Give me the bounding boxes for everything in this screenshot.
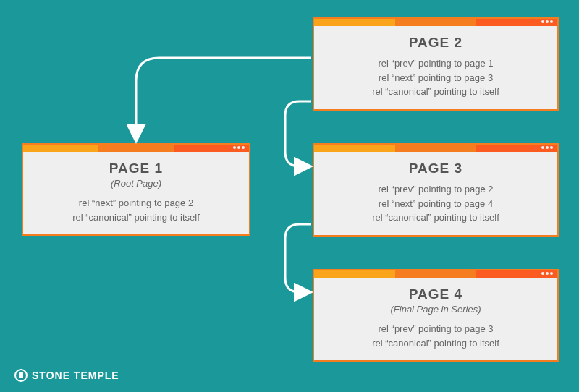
page-subtitle: (Final Page in Series) [327, 304, 544, 315]
page-rel-line: rel “next” pointing to page 2 [36, 196, 236, 210]
brand-logo-icon [14, 369, 28, 382]
brand-text: STONE TEMPLE [32, 370, 119, 381]
page-rel-line: rel “prev” pointing to page 1 [327, 56, 544, 71]
page-title: PAGE 3 [327, 161, 544, 176]
page-rel-line: rel “canonical” pointing to itself [327, 210, 544, 225]
arrow-page3-to-page4 [285, 224, 311, 292]
page-rel-line: rel “canonical” pointing to itself [36, 210, 236, 225]
window-controls-icon [541, 146, 553, 149]
window-titlebar [314, 19, 557, 26]
window-titlebar [314, 270, 557, 278]
page-title: PAGE 2 [327, 35, 544, 51]
window-titlebar [23, 145, 249, 152]
page-3-window: PAGE 3 rel “prev” pointing to page 2 rel… [313, 143, 559, 237]
window-controls-icon [233, 146, 245, 149]
page-rel-line: rel “canonical” pointing to itself [327, 85, 544, 99]
page-subtitle: (Root Page) [36, 178, 236, 189]
page-rel-line: rel “next” pointing to page 4 [327, 197, 544, 211]
page-rel-line: rel “prev” pointing to page 3 [327, 322, 544, 336]
arrow-page2-to-page1 [136, 58, 311, 137]
page-rel-line: rel “next” pointing to page 3 [327, 71, 544, 85]
page-1-window: PAGE 1 (Root Page) rel “next” pointing t… [22, 143, 250, 236]
window-titlebar [314, 145, 557, 152]
window-controls-icon [541, 272, 553, 275]
page-title: PAGE 1 [36, 161, 236, 176]
page-4-window: PAGE 4 (Final Page in Series) rel “prev”… [313, 269, 559, 362]
page-rel-line: rel “canonical” pointing to itself [327, 336, 544, 351]
brand-label: STONE TEMPLE [14, 369, 119, 382]
page-rel-line: rel “prev” pointing to page 2 [327, 182, 544, 197]
page-2-window: PAGE 2 rel “prev” pointing to page 1 rel… [313, 17, 559, 111]
page-title: PAGE 4 [327, 286, 544, 302]
arrow-page2-to-page3 [285, 101, 311, 166]
window-controls-icon [541, 20, 553, 23]
